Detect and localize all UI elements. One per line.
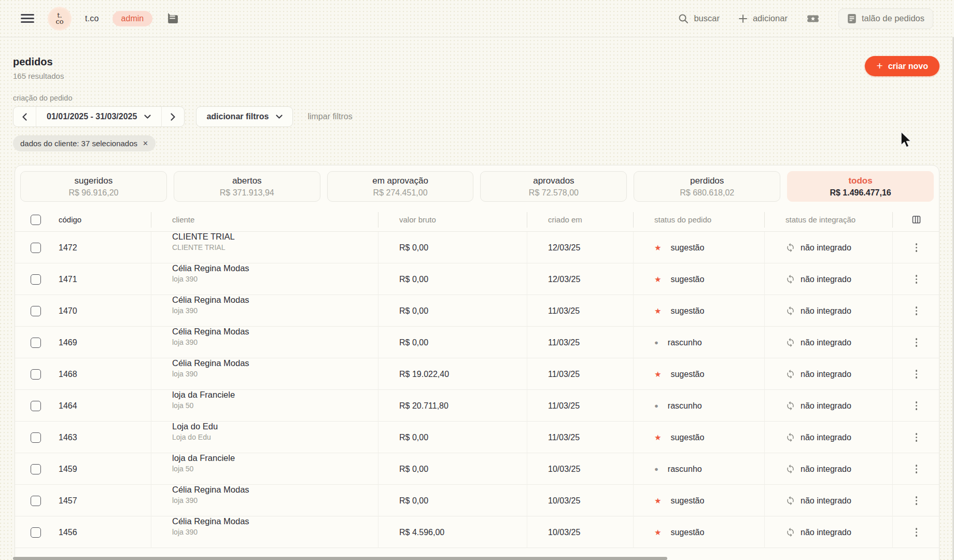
row-checkbox[interactable] bbox=[31, 243, 41, 253]
table-row[interactable]: 1471 Célia Regina Modas loja 390 R$ 0,00… bbox=[15, 263, 939, 295]
status-icon: ★ bbox=[654, 370, 661, 379]
active-filter-chip[interactable]: dados do cliente: 37 selecionados ✕ bbox=[13, 135, 156, 151]
client-name: loja da Franciele bbox=[172, 390, 378, 400]
row-menu-button[interactable] bbox=[913, 303, 921, 318]
order-code: 1469 bbox=[44, 338, 151, 347]
logo-line2: co bbox=[55, 19, 63, 24]
card-label: em aprovação bbox=[372, 176, 428, 186]
brand-logo[interactable]: t. co bbox=[48, 7, 72, 31]
row-checkbox[interactable] bbox=[31, 496, 41, 506]
row-menu-button[interactable] bbox=[913, 272, 921, 287]
add-button[interactable]: adicionar bbox=[738, 13, 788, 23]
integration-label: não integrado bbox=[801, 243, 851, 253]
status-label: sugestão bbox=[670, 496, 704, 506]
created-date: 12/03/25 bbox=[527, 232, 633, 263]
row-checkbox[interactable] bbox=[31, 306, 41, 316]
integration-label: não integrado bbox=[801, 275, 851, 284]
table-row[interactable]: 1469 Célia Regina Modas loja 390 R$ 0,00… bbox=[15, 327, 939, 358]
order-status: ★ sugestão bbox=[633, 232, 764, 263]
summary-card[interactable]: todos R$ 1.496.477,16 bbox=[787, 171, 934, 202]
client-store: loja 390 bbox=[172, 306, 378, 315]
chip-remove-icon[interactable]: ✕ bbox=[143, 139, 148, 147]
date-next-button[interactable] bbox=[161, 107, 184, 127]
gross-value: R$ 0,00 bbox=[378, 422, 527, 453]
sync-icon bbox=[785, 274, 795, 284]
menu-icon[interactable] bbox=[21, 12, 34, 25]
date-prev-button[interactable] bbox=[13, 107, 36, 127]
table-row[interactable]: 1470 Célia Regina Modas loja 390 R$ 0,00… bbox=[15, 295, 939, 327]
client-name: Célia Regina Modas bbox=[172, 263, 378, 273]
row-checkbox[interactable] bbox=[31, 464, 41, 474]
order-pad-label: talão de pedidos bbox=[862, 13, 924, 23]
table-row[interactable]: 1472 CLIENTE TRIAL CLIENTE TRIAL R$ 0,00… bbox=[15, 232, 939, 263]
summary-card[interactable]: abertos R$ 371.913,94 bbox=[174, 171, 320, 202]
chevron-down-icon bbox=[276, 115, 283, 119]
summary-card[interactable]: aprovados R$ 72.578,00 bbox=[480, 171, 627, 202]
sync-icon bbox=[785, 338, 795, 347]
table-row[interactable]: 1463 Loja do Edu Loja do Edu R$ 0,00 11/… bbox=[15, 422, 939, 453]
row-checkbox[interactable] bbox=[31, 432, 41, 443]
row-menu-button[interactable] bbox=[913, 240, 921, 255]
summary-card[interactable]: sugeridos R$ 96.916,20 bbox=[20, 171, 167, 202]
gross-value: R$ 0,00 bbox=[378, 295, 527, 327]
status-label: rascunho bbox=[668, 465, 702, 474]
row-menu-button[interactable] bbox=[913, 335, 921, 350]
row-checkbox[interactable] bbox=[31, 527, 41, 538]
row-menu-button[interactable] bbox=[913, 398, 921, 413]
select-all-checkbox[interactable] bbox=[31, 215, 41, 225]
top-bar: t. co t.co admin buscar adicionar talão … bbox=[0, 0, 954, 37]
order-status: ★ sugestão bbox=[633, 516, 764, 548]
sync-icon bbox=[785, 369, 795, 379]
column-settings-button[interactable] bbox=[892, 212, 940, 228]
clear-filters-link[interactable]: limpar filtros bbox=[307, 112, 352, 121]
row-checkbox[interactable] bbox=[31, 369, 41, 380]
row-menu-button[interactable] bbox=[913, 367, 921, 382]
column-header-client: cliente bbox=[151, 212, 378, 228]
order-status: ● rascunho bbox=[633, 327, 764, 358]
summary-card[interactable]: perdidos R$ 680.618,02 bbox=[634, 171, 780, 202]
table-row[interactable]: 1468 Célia Regina Modas loja 390 R$ 19.0… bbox=[15, 358, 939, 390]
table-row[interactable]: 1457 Célia Regina Modas loja 390 R$ 0,00… bbox=[15, 485, 939, 516]
row-menu-button[interactable] bbox=[913, 493, 921, 508]
table-row[interactable]: 1459 loja da Franciele loja 50 R$ 0,00 1… bbox=[15, 453, 939, 485]
order-pad-button[interactable]: talão de pedidos bbox=[838, 8, 933, 29]
created-date: 11/03/25 bbox=[527, 422, 633, 453]
integration-label: não integrado bbox=[801, 401, 851, 411]
sync-icon bbox=[785, 496, 795, 506]
order-status: ★ sugestão bbox=[633, 295, 764, 327]
table-row[interactable]: 1464 loja da Franciele loja 50 R$ 20.711… bbox=[15, 390, 939, 422]
rewards-button[interactable] bbox=[806, 12, 820, 25]
card-value: R$ 96.916,20 bbox=[68, 188, 118, 198]
summary-cards: sugeridos R$ 96.916,20 abertos R$ 371.91… bbox=[15, 165, 939, 208]
row-checkbox[interactable] bbox=[31, 274, 41, 285]
gross-value: R$ 4.596,00 bbox=[378, 516, 527, 548]
integration-label: não integrado bbox=[801, 370, 851, 379]
sync-icon bbox=[785, 243, 795, 253]
client-store: loja 390 bbox=[172, 338, 378, 346]
row-menu-button[interactable] bbox=[913, 525, 921, 540]
date-range-dropdown[interactable]: 01/01/2025 - 31/03/2025 bbox=[36, 107, 161, 127]
client-store: loja 50 bbox=[172, 401, 378, 410]
order-code: 1468 bbox=[44, 370, 151, 379]
row-checkbox[interactable] bbox=[31, 401, 41, 411]
filter-row: 01/01/2025 - 31/03/2025 adicionar filtro… bbox=[13, 106, 954, 127]
client-store: loja 50 bbox=[172, 465, 378, 473]
row-checkbox[interactable] bbox=[31, 338, 41, 348]
status-label: sugestão bbox=[670, 275, 704, 284]
search-label: buscar bbox=[694, 13, 720, 23]
integration-status: não integrado bbox=[764, 358, 892, 390]
chat-icon[interactable] bbox=[166, 12, 179, 25]
column-header-code: código bbox=[44, 215, 151, 224]
sync-icon bbox=[785, 432, 795, 442]
status-icon: ★ bbox=[654, 528, 661, 537]
table-row[interactable]: 1456 Célia Regina Modas loja 390 R$ 4.59… bbox=[15, 516, 939, 548]
summary-card[interactable]: em aprovação R$ 274.451,00 bbox=[327, 171, 474, 202]
row-menu-button[interactable] bbox=[913, 430, 921, 445]
order-status: ★ sugestão bbox=[633, 358, 764, 390]
row-menu-button[interactable] bbox=[913, 461, 921, 477]
horizontal-scrollbar[interactable] bbox=[13, 557, 667, 560]
gross-value: R$ 0,00 bbox=[378, 485, 527, 516]
search-button[interactable]: buscar bbox=[678, 13, 720, 24]
add-filters-dropdown[interactable]: adicionar filtros bbox=[196, 106, 293, 127]
create-new-button[interactable]: + criar novo bbox=[865, 56, 939, 76]
